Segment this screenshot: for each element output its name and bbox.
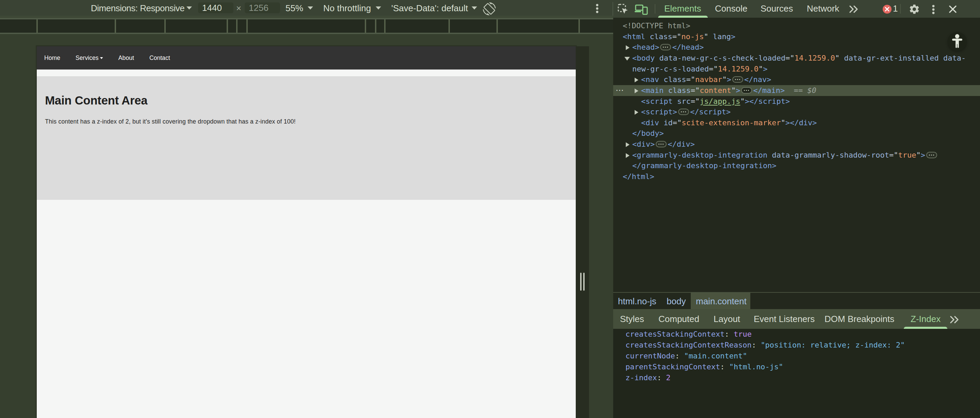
media-query-separator xyxy=(236,19,237,33)
tree-row[interactable]: ⋯<main class="content"></main> == $0 xyxy=(613,85,980,96)
property-key: parentStackingContext xyxy=(625,362,720,371)
media-query-separator xyxy=(247,19,248,33)
page-heading: Main Content Area xyxy=(45,94,568,108)
tree-row[interactable]: <grammarly-desktop-integration data-gram… xyxy=(613,150,980,161)
property-key: createsStackingContext xyxy=(625,330,724,338)
inline-expand-ellipsis-icon[interactable] xyxy=(926,152,937,158)
devtools-menu-kebab-icon[interactable] xyxy=(930,3,937,16)
resize-handle-bar[interactable] xyxy=(583,273,585,291)
device-height-input[interactable]: 1256 xyxy=(245,2,280,13)
tree-row[interactable]: </html> xyxy=(613,171,980,182)
sidebar-tab-z-index[interactable]: Z-Index xyxy=(911,314,940,324)
inspect-element-icon[interactable] xyxy=(617,3,629,15)
breadcrumb-item-body[interactable]: body xyxy=(667,296,686,307)
tree-row[interactable]: new-gr-c-s-loaded="14.1259.0"> xyxy=(613,64,980,75)
device-width-input[interactable]: 1440 xyxy=(198,2,234,13)
punctuation: =" xyxy=(889,151,898,159)
tree-row[interactable]: <div></div> xyxy=(613,139,980,150)
breadcrumb-item-htmlnojs[interactable]: html.no-js xyxy=(618,296,656,307)
expander-collapsed-icon[interactable] xyxy=(635,110,638,115)
tree-row[interactable]: </grammarly-desktop-integration> xyxy=(613,160,980,171)
tab-console[interactable]: Console xyxy=(715,3,747,14)
tab-sources[interactable]: Sources xyxy=(760,3,793,14)
tag: > xyxy=(921,151,925,159)
sidebar-tab-computed[interactable]: Computed xyxy=(659,314,699,324)
dimensions-dropdown[interactable]: Dimensions: Responsive xyxy=(91,3,185,14)
save-data-caret-icon[interactable] xyxy=(472,6,477,10)
device-toolbar: Dimensions: Responsive 1440 × 1256 55% N… xyxy=(0,0,613,16)
expander-collapsed-icon[interactable] xyxy=(635,88,638,93)
punctuation: " xyxy=(781,118,785,127)
tab-network[interactable]: Network xyxy=(807,3,839,14)
sidebar-tab-layout[interactable]: Layout xyxy=(714,314,740,324)
tree-row[interactable]: <script></script> xyxy=(613,107,980,117)
more-tabs-chevron-icon[interactable] xyxy=(849,5,859,13)
save-data-dropdown[interactable]: 'Save-Data': default xyxy=(391,3,468,14)
inline-expand-ellipsis-icon[interactable] xyxy=(678,108,689,115)
property-value: "position: relative; z-index: 2" xyxy=(760,341,905,349)
error-badge[interactable] xyxy=(883,5,891,14)
attribute-value: content xyxy=(700,86,731,95)
resize-handle-bar[interactable] xyxy=(580,273,582,291)
attribute-name: data-new-gr-c-s-check-loaded xyxy=(655,54,785,62)
sidebar-tab-event-listeners[interactable]: Event Listeners xyxy=(754,314,815,324)
media-query-track[interactable] xyxy=(0,19,613,33)
throttling-dropdown[interactable]: No throttling xyxy=(323,3,371,14)
tree-row[interactable]: </body> xyxy=(613,128,980,139)
breadcrumb-item-maincontent[interactable]: main.content xyxy=(696,296,746,307)
doctype: <!DOCTYPE html> xyxy=(623,21,690,30)
tree-row[interactable]: <html class="no-js" lang> xyxy=(613,31,980,42)
tree-row[interactable]: <body data-new-gr-c-s-check-loaded="14.1… xyxy=(613,53,980,64)
nav-item-about[interactable]: About xyxy=(118,54,134,62)
row-options-ellipsis-icon[interactable]: ⋯ xyxy=(616,85,624,95)
rotate-icon[interactable] xyxy=(482,2,496,16)
tree-row[interactable]: <nav class="navbar"></nav> xyxy=(613,74,980,85)
tree-node-text: <html class="no-js" lang> xyxy=(623,31,735,42)
tag: </body> xyxy=(632,129,664,137)
media-query-separator xyxy=(449,19,450,33)
property-separator: : xyxy=(752,341,761,349)
property-value: true xyxy=(733,330,752,338)
inline-expand-ellipsis-icon[interactable] xyxy=(741,87,752,94)
inline-expand-ellipsis-icon[interactable] xyxy=(732,76,743,83)
nav-item-home[interactable]: Home xyxy=(44,54,60,62)
settings-gear-icon[interactable] xyxy=(908,3,920,15)
tree-row[interactable]: <head></head> xyxy=(613,42,980,53)
attribute-name: src xyxy=(673,97,691,105)
error-count[interactable]: 1 xyxy=(893,3,898,14)
device-toolbar-toggle-icon[interactable] xyxy=(634,3,648,15)
close-devtools-icon[interactable] xyxy=(947,4,958,14)
tab-elements[interactable]: Elements xyxy=(664,3,701,14)
media-query-bar[interactable] xyxy=(0,16,613,34)
inline-expand-ellipsis-icon[interactable] xyxy=(660,44,671,50)
tree-node-text: </body> xyxy=(632,128,664,139)
panel-divider[interactable] xyxy=(612,2,613,16)
device-toolbar-options-kebab-icon[interactable] xyxy=(593,2,601,14)
sidebar-tab-dom-breakpoints[interactable]: DOM Breakpoints xyxy=(824,314,894,324)
inline-expand-ellipsis-icon[interactable] xyxy=(656,141,667,147)
expander-expanded-icon[interactable] xyxy=(624,57,630,61)
tree-row[interactable]: <!DOCTYPE html> xyxy=(613,21,980,31)
expander-collapsed-icon[interactable] xyxy=(626,45,630,50)
tree-row[interactable]: <div id="scite-extension-marker"></div> xyxy=(613,117,980,128)
page-paragraph: This content has a z-index of 2, but it'… xyxy=(45,118,568,125)
attribute-link: js/app.js xyxy=(700,97,740,105)
tag: > xyxy=(727,75,731,84)
page-main-content: Main Content Area This content has a z-i… xyxy=(37,76,576,200)
sidebar-tab-styles[interactable]: Styles xyxy=(620,314,644,324)
zoom-dropdown[interactable]: 55% xyxy=(285,3,303,14)
dimensions-caret-icon[interactable] xyxy=(186,6,192,10)
property-key: currentNode xyxy=(625,352,675,360)
nav-item-services[interactable]: Services xyxy=(76,54,103,62)
viewport-resize-gutter[interactable] xyxy=(576,46,589,418)
nav-item-contact[interactable]: Contact xyxy=(150,54,170,62)
attribute-value: true xyxy=(898,151,916,159)
expander-collapsed-icon[interactable] xyxy=(626,153,630,158)
zoom-caret-icon[interactable] xyxy=(308,6,313,10)
throttling-caret-icon[interactable] xyxy=(375,6,381,10)
sidebar-more-tabs-chevron-icon[interactable] xyxy=(950,316,960,323)
expander-collapsed-icon[interactable] xyxy=(626,142,630,147)
property-key: z-index xyxy=(625,373,657,382)
expander-collapsed-icon[interactable] xyxy=(635,78,638,82)
tree-row[interactable]: <script src="js/app.js"></script> xyxy=(613,96,980,107)
